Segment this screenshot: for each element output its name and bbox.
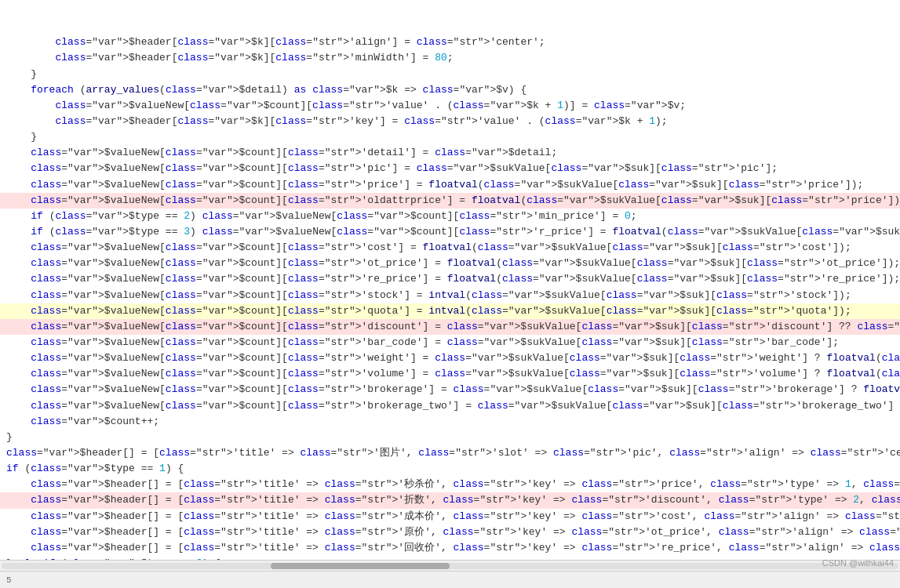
code-line: class="var">$valueNew[class="var">$count…: [0, 177, 900, 193]
code-line: class="var">$header[] = [class="str">'ti…: [0, 540, 900, 556]
code-line: if (class="var">$type == 1) {: [0, 461, 900, 477]
code-line: }: [0, 430, 900, 445]
code-line: foreach (array_values(class="var">$detai…: [0, 82, 900, 98]
code-line: if (class="var">$type == 2) class="var">…: [0, 209, 900, 224]
code-line: class="var">$header[] = [class="str">'ti…: [0, 524, 900, 540]
code-line: class="var">$valueNew[class="var">$count…: [0, 303, 900, 319]
code-line: class="var">$valueNew[class="var">$count…: [0, 193, 900, 209]
line-info: 5: [6, 575, 12, 585]
code-line: class="var">$valueNew[class="var">$count…: [0, 98, 900, 114]
code-container: class="var">$header[class="var">$k][clas…: [0, 0, 900, 588]
code-line: class="var">$header[class="var">$k][clas…: [0, 114, 900, 129]
code-line: class="var">$header[] = [class="str">'ti…: [0, 492, 900, 508]
code-line: class="var">$header[class="var">$k][clas…: [0, 50, 900, 66]
code-line: class="var">$header[] = [class="str">'ti…: [0, 445, 900, 461]
code-line: class="var">$header[] = [class="str">'ti…: [0, 477, 900, 492]
code-line: if (class="var">$type == 3) class="var">…: [0, 224, 900, 240]
code-line: class="var">$valueNew[class="var">$count…: [0, 240, 900, 256]
code-line: }: [0, 67, 900, 82]
code-line: class="var">$valueNew[class="var">$count…: [0, 382, 900, 397]
code-line: class="var">$valueNew[class="var">$count…: [0, 335, 900, 350]
watermark: CSDN @withkai44: [822, 558, 894, 568]
code-line: class="var">$valueNew[class="var">$count…: [0, 288, 900, 303]
code-line: class="var">$valueNew[class="var">$count…: [0, 350, 900, 366]
code-line: class="var">$valueNew[class="var">$count…: [0, 271, 900, 287]
code-line: class="var">$valueNew[class="var">$count…: [0, 366, 900, 382]
code-line: class="var">$valueNew[class="var">$count…: [0, 145, 900, 161]
code-line: class="var">$valueNew[class="var">$count…: [0, 161, 900, 176]
code-block: class="var">$header[class="var">$k][clas…: [0, 0, 900, 588]
code-line: class="var">$header[] = [class="str">'ti…: [0, 509, 900, 524]
scrollbar-thumb[interactable]: [271, 563, 450, 569]
code-line: class="var">$count++;: [0, 414, 900, 430]
code-line: class="var">$valueNew[class="var">$count…: [0, 256, 900, 271]
code-line: class="var">$valueNew[class="var">$count…: [0, 319, 900, 335]
code-line: class="var">$valueNew[class="var">$count…: [0, 398, 900, 414]
scrollbar-track: [2, 563, 898, 569]
code-line: class="var">$header[class="var">$k][clas…: [0, 34, 900, 50]
horizontal-scrollbar[interactable]: [0, 560, 900, 571]
code-line: }: [0, 129, 900, 145]
bottom-bar: 5: [0, 571, 900, 588]
